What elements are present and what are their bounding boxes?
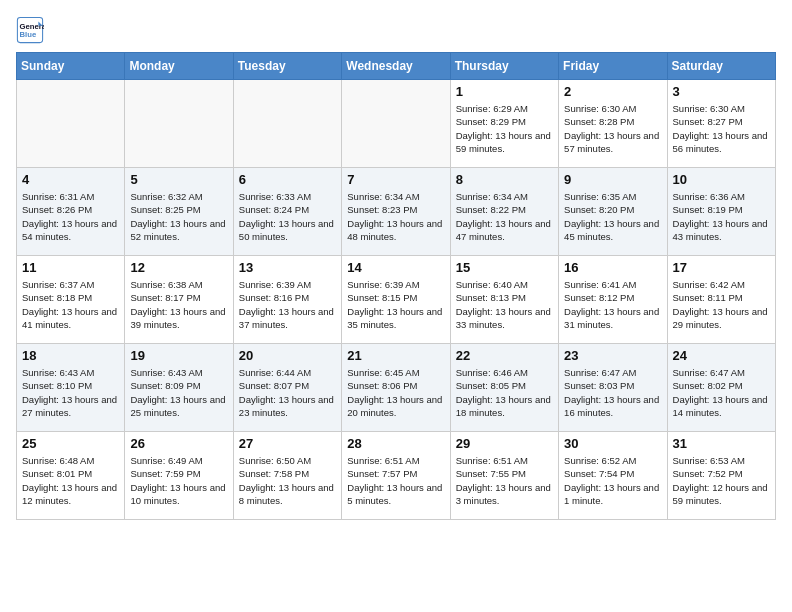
calendar-cell: 17Sunrise: 6:42 AMSunset: 8:11 PMDayligh…: [667, 256, 775, 344]
day-info: Sunrise: 6:38 AMSunset: 8:17 PMDaylight:…: [130, 278, 227, 331]
day-info: Sunrise: 6:51 AMSunset: 7:57 PMDaylight:…: [347, 454, 444, 507]
calendar-cell: 5Sunrise: 6:32 AMSunset: 8:25 PMDaylight…: [125, 168, 233, 256]
calendar-cell: 16Sunrise: 6:41 AMSunset: 8:12 PMDayligh…: [559, 256, 667, 344]
day-number: 21: [347, 348, 444, 363]
day-info: Sunrise: 6:34 AMSunset: 8:22 PMDaylight:…: [456, 190, 553, 243]
calendar-cell: 27Sunrise: 6:50 AMSunset: 7:58 PMDayligh…: [233, 432, 341, 520]
day-header-monday: Monday: [125, 53, 233, 80]
calendar-cell: [125, 80, 233, 168]
day-number: 1: [456, 84, 553, 99]
day-number: 31: [673, 436, 770, 451]
day-info: Sunrise: 6:51 AMSunset: 7:55 PMDaylight:…: [456, 454, 553, 507]
calendar-cell: 26Sunrise: 6:49 AMSunset: 7:59 PMDayligh…: [125, 432, 233, 520]
day-number: 25: [22, 436, 119, 451]
week-row-4: 18Sunrise: 6:43 AMSunset: 8:10 PMDayligh…: [17, 344, 776, 432]
day-number: 16: [564, 260, 661, 275]
day-header-tuesday: Tuesday: [233, 53, 341, 80]
day-number: 22: [456, 348, 553, 363]
calendar-cell: 24Sunrise: 6:47 AMSunset: 8:02 PMDayligh…: [667, 344, 775, 432]
day-number: 11: [22, 260, 119, 275]
calendar-cell: 2Sunrise: 6:30 AMSunset: 8:28 PMDaylight…: [559, 80, 667, 168]
day-number: 27: [239, 436, 336, 451]
day-info: Sunrise: 6:33 AMSunset: 8:24 PMDaylight:…: [239, 190, 336, 243]
logo: General Blue: [16, 16, 48, 44]
calendar-cell: 23Sunrise: 6:47 AMSunset: 8:03 PMDayligh…: [559, 344, 667, 432]
day-info: Sunrise: 6:29 AMSunset: 8:29 PMDaylight:…: [456, 102, 553, 155]
day-number: 7: [347, 172, 444, 187]
day-info: Sunrise: 6:43 AMSunset: 8:10 PMDaylight:…: [22, 366, 119, 419]
day-number: 28: [347, 436, 444, 451]
calendar-cell: 25Sunrise: 6:48 AMSunset: 8:01 PMDayligh…: [17, 432, 125, 520]
day-info: Sunrise: 6:45 AMSunset: 8:06 PMDaylight:…: [347, 366, 444, 419]
calendar-cell: 7Sunrise: 6:34 AMSunset: 8:23 PMDaylight…: [342, 168, 450, 256]
calendar-cell: 30Sunrise: 6:52 AMSunset: 7:54 PMDayligh…: [559, 432, 667, 520]
calendar-cell: [233, 80, 341, 168]
day-number: 15: [456, 260, 553, 275]
header: General Blue: [16, 16, 776, 44]
calendar-cell: [17, 80, 125, 168]
day-number: 24: [673, 348, 770, 363]
calendar-cell: 8Sunrise: 6:34 AMSunset: 8:22 PMDaylight…: [450, 168, 558, 256]
calendar-cell: 22Sunrise: 6:46 AMSunset: 8:05 PMDayligh…: [450, 344, 558, 432]
day-info: Sunrise: 6:30 AMSunset: 8:28 PMDaylight:…: [564, 102, 661, 155]
day-info: Sunrise: 6:34 AMSunset: 8:23 PMDaylight:…: [347, 190, 444, 243]
week-row-2: 4Sunrise: 6:31 AMSunset: 8:26 PMDaylight…: [17, 168, 776, 256]
day-number: 10: [673, 172, 770, 187]
day-number: 29: [456, 436, 553, 451]
day-header-wednesday: Wednesday: [342, 53, 450, 80]
day-number: 3: [673, 84, 770, 99]
day-header-thursday: Thursday: [450, 53, 558, 80]
day-info: Sunrise: 6:41 AMSunset: 8:12 PMDaylight:…: [564, 278, 661, 331]
day-info: Sunrise: 6:32 AMSunset: 8:25 PMDaylight:…: [130, 190, 227, 243]
day-info: Sunrise: 6:53 AMSunset: 7:52 PMDaylight:…: [673, 454, 770, 507]
day-info: Sunrise: 6:35 AMSunset: 8:20 PMDaylight:…: [564, 190, 661, 243]
day-number: 8: [456, 172, 553, 187]
day-number: 2: [564, 84, 661, 99]
day-info: Sunrise: 6:40 AMSunset: 8:13 PMDaylight:…: [456, 278, 553, 331]
day-info: Sunrise: 6:52 AMSunset: 7:54 PMDaylight:…: [564, 454, 661, 507]
day-number: 17: [673, 260, 770, 275]
day-info: Sunrise: 6:30 AMSunset: 8:27 PMDaylight:…: [673, 102, 770, 155]
day-info: Sunrise: 6:49 AMSunset: 7:59 PMDaylight:…: [130, 454, 227, 507]
day-number: 18: [22, 348, 119, 363]
day-header-saturday: Saturday: [667, 53, 775, 80]
day-info: Sunrise: 6:47 AMSunset: 8:02 PMDaylight:…: [673, 366, 770, 419]
calendar-cell: 20Sunrise: 6:44 AMSunset: 8:07 PMDayligh…: [233, 344, 341, 432]
calendar-cell: 29Sunrise: 6:51 AMSunset: 7:55 PMDayligh…: [450, 432, 558, 520]
week-row-5: 25Sunrise: 6:48 AMSunset: 8:01 PMDayligh…: [17, 432, 776, 520]
calendar-cell: 14Sunrise: 6:39 AMSunset: 8:15 PMDayligh…: [342, 256, 450, 344]
day-info: Sunrise: 6:42 AMSunset: 8:11 PMDaylight:…: [673, 278, 770, 331]
logo-icon: General Blue: [16, 16, 44, 44]
calendar-header-row: SundayMondayTuesdayWednesdayThursdayFrid…: [17, 53, 776, 80]
day-info: Sunrise: 6:39 AMSunset: 8:15 PMDaylight:…: [347, 278, 444, 331]
day-header-sunday: Sunday: [17, 53, 125, 80]
day-number: 23: [564, 348, 661, 363]
calendar-cell: 9Sunrise: 6:35 AMSunset: 8:20 PMDaylight…: [559, 168, 667, 256]
calendar-cell: 3Sunrise: 6:30 AMSunset: 8:27 PMDaylight…: [667, 80, 775, 168]
day-info: Sunrise: 6:31 AMSunset: 8:26 PMDaylight:…: [22, 190, 119, 243]
day-number: 6: [239, 172, 336, 187]
calendar-cell: 28Sunrise: 6:51 AMSunset: 7:57 PMDayligh…: [342, 432, 450, 520]
calendar-cell: 12Sunrise: 6:38 AMSunset: 8:17 PMDayligh…: [125, 256, 233, 344]
day-number: 4: [22, 172, 119, 187]
svg-text:General: General: [20, 22, 45, 31]
day-number: 30: [564, 436, 661, 451]
day-number: 19: [130, 348, 227, 363]
calendar-cell: [342, 80, 450, 168]
day-number: 14: [347, 260, 444, 275]
calendar-cell: 13Sunrise: 6:39 AMSunset: 8:16 PMDayligh…: [233, 256, 341, 344]
calendar-cell: 10Sunrise: 6:36 AMSunset: 8:19 PMDayligh…: [667, 168, 775, 256]
day-number: 9: [564, 172, 661, 187]
day-info: Sunrise: 6:46 AMSunset: 8:05 PMDaylight:…: [456, 366, 553, 419]
day-number: 12: [130, 260, 227, 275]
calendar-cell: 11Sunrise: 6:37 AMSunset: 8:18 PMDayligh…: [17, 256, 125, 344]
day-header-friday: Friday: [559, 53, 667, 80]
day-info: Sunrise: 6:47 AMSunset: 8:03 PMDaylight:…: [564, 366, 661, 419]
calendar-cell: 4Sunrise: 6:31 AMSunset: 8:26 PMDaylight…: [17, 168, 125, 256]
calendar-cell: 21Sunrise: 6:45 AMSunset: 8:06 PMDayligh…: [342, 344, 450, 432]
day-number: 20: [239, 348, 336, 363]
day-number: 13: [239, 260, 336, 275]
svg-text:Blue: Blue: [20, 30, 37, 39]
calendar-cell: 6Sunrise: 6:33 AMSunset: 8:24 PMDaylight…: [233, 168, 341, 256]
calendar-cell: 1Sunrise: 6:29 AMSunset: 8:29 PMDaylight…: [450, 80, 558, 168]
